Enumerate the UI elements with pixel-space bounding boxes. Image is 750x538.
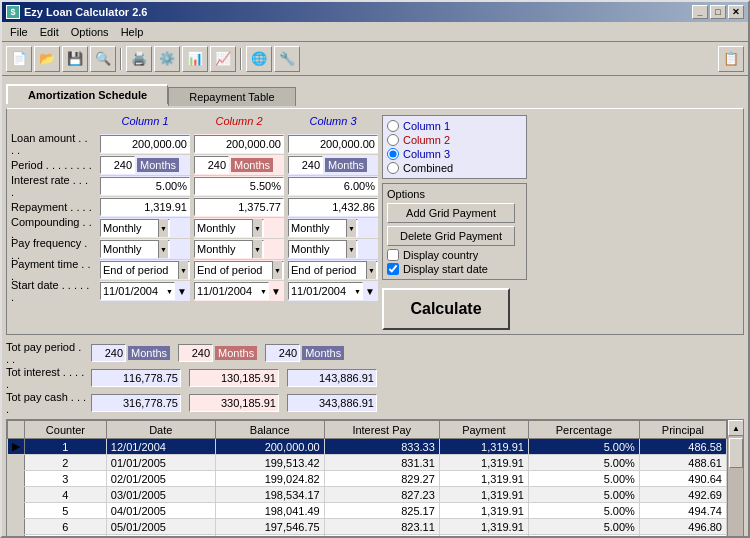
radio-col2[interactable] <box>387 134 399 146</box>
col3-interest-input[interactable] <box>288 177 378 195</box>
col1-interest-row <box>100 176 190 196</box>
col1-period-num-input[interactable] <box>100 156 135 174</box>
col3-compounding-select[interactable]: Monthly <box>288 219 358 237</box>
col1-repayment-input[interactable] <box>100 198 190 216</box>
col1-loan-amount-input[interactable] <box>100 135 190 153</box>
toolbar-new[interactable]: 📄 <box>6 46 32 72</box>
display-start-date-checkbox[interactable] <box>387 263 399 275</box>
scroll-up-button[interactable]: ▲ <box>728 420 744 436</box>
col2-tot-cash-input[interactable] <box>189 394 279 412</box>
col3-tot-interest-input[interactable] <box>287 369 377 387</box>
col3-repayment-input[interactable] <box>288 198 378 216</box>
menu-help[interactable]: Help <box>115 24 150 40</box>
col1-tot-interest-input[interactable] <box>91 369 181 387</box>
col2-payfreq-select[interactable]: Monthly <box>194 240 264 258</box>
toolbar-search[interactable]: 🔍 <box>90 46 116 72</box>
label-repayment: Repayment . . . . <box>11 197 96 217</box>
table-row[interactable]: 605/01/2005197,546.75823.111,319.915.00%… <box>8 519 727 535</box>
col3-tot-cash-input[interactable] <box>287 394 377 412</box>
cell-2: 199,513.42 <box>215 455 324 471</box>
col2-paytime-select[interactable]: End of period <box>194 261 284 279</box>
col3-loan-amount-input[interactable] <box>288 135 378 153</box>
scroll-track[interactable] <box>728 436 743 538</box>
col2-payfreq-row: Monthly <box>194 239 284 259</box>
radio-col3[interactable] <box>387 148 399 160</box>
delete-grid-payment-button[interactable]: Delete Grid Payment <box>387 226 515 246</box>
th-principal: Principal <box>639 421 726 439</box>
add-grid-payment-button[interactable]: Add Grid Payment <box>387 203 515 223</box>
col3-tot-period-input[interactable] <box>265 344 300 362</box>
table-row[interactable]: 302/01/2005199,024.82829.271,319.915.00%… <box>8 471 727 487</box>
col1-date-btn[interactable]: ▼ <box>177 286 187 297</box>
cell-0: 6 <box>25 519 107 535</box>
col3-period-num-input[interactable] <box>288 156 323 174</box>
col1-tot-cash-input[interactable] <box>91 394 181 412</box>
col1-payfreq-row: Monthly <box>100 239 190 259</box>
table-row[interactable]: 504/01/2005198,041.49825.171,319.915.00%… <box>8 503 727 519</box>
table-with-scroll: Counter Date Balance Interest Pay Paymen… <box>7 420 743 538</box>
calculate-button[interactable]: Calculate <box>382 288 510 330</box>
toolbar: 📄 📂 💾 🔍 🖨️ ⚙️ 📊 📈 🌐 🔧 📋 <box>2 42 748 76</box>
col1-tot-period-input[interactable] <box>91 344 126 362</box>
toolbar-chart2[interactable]: 📈 <box>210 46 236 72</box>
col2-repayment-input[interactable] <box>194 198 284 216</box>
toolbar-chart1[interactable]: 📊 <box>182 46 208 72</box>
cell-4: 1,319.91 <box>439 535 528 539</box>
menu-options[interactable]: Options <box>65 24 115 40</box>
radio-combined-item: Combined <box>387 162 522 174</box>
cell-2: 198,041.49 <box>215 503 324 519</box>
table-row[interactable]: 403/01/2005198,534.17827.231,319.915.00%… <box>8 487 727 503</box>
cell-4: 1,319.91 <box>439 471 528 487</box>
col2-period-row: Months <box>194 155 284 175</box>
cell-0: 2 <box>25 455 107 471</box>
cell-1: 12/01/2004 <box>106 439 215 455</box>
col1-compounding-select[interactable]: Monthly <box>100 219 170 237</box>
col2-date-input[interactable] <box>194 282 269 300</box>
window-controls: _ □ ✕ <box>692 5 744 19</box>
table-row[interactable]: ▶112/01/2004200,000.00833.331,319.915.00… <box>8 439 727 455</box>
col2-interest-input[interactable] <box>194 177 284 195</box>
tot-interest-row: Tot interest . . . . . <box>6 366 744 390</box>
col2-loan-amount-input[interactable] <box>194 135 284 153</box>
col1-date-input[interactable] <box>100 282 175 300</box>
toolbar-globe[interactable]: 🌐 <box>246 46 272 72</box>
tab-repayment[interactable]: Repayment Table <box>168 87 295 106</box>
toolbar-tool[interactable]: 🔧 <box>274 46 300 72</box>
col3-date-btn[interactable]: ▼ <box>365 286 375 297</box>
col1-interest-input[interactable] <box>100 177 190 195</box>
col1-payfreq-select[interactable]: Monthly <box>100 240 170 258</box>
col2-period-num-input[interactable] <box>194 156 229 174</box>
close-button[interactable]: ✕ <box>728 5 744 19</box>
toolbar-settings[interactable]: ⚙️ <box>154 46 180 72</box>
display-country-checkbox[interactable] <box>387 249 399 261</box>
cell-0: 7 <box>25 535 107 539</box>
table-row[interactable]: 201/01/2005199,513.42831.311,319.915.00%… <box>8 455 727 471</box>
col2-tot-period-input[interactable] <box>178 344 213 362</box>
col2-date-btn[interactable]: ▼ <box>271 286 281 297</box>
col3-payfreq-select[interactable]: Monthly <box>288 240 358 258</box>
cell-5: 5.00% <box>528 487 639 503</box>
toolbar-info[interactable]: 📋 <box>718 46 744 72</box>
table-row[interactable]: 706/01/2005197,049.95821.041,319.915.00%… <box>8 535 727 539</box>
tab-amortization[interactable]: Amortization Schedule <box>6 84 168 104</box>
menu-file[interactable]: File <box>4 24 34 40</box>
toolbar-print[interactable]: 🖨️ <box>126 46 152 72</box>
radio-col1[interactable] <box>387 120 399 132</box>
col3-payfreq-row: Monthly <box>288 239 378 259</box>
col2-tot-interest-input[interactable] <box>189 369 279 387</box>
cell-1: 05/01/2005 <box>106 519 215 535</box>
scroll-thumb[interactable] <box>729 438 743 468</box>
maximize-button[interactable]: □ <box>710 5 726 19</box>
col2-period-unit: Months <box>231 158 273 172</box>
col2-paytime-wrapper: End of period <box>194 261 284 279</box>
col1-paytime-select[interactable]: End of period <box>100 261 190 279</box>
minimize-button[interactable]: _ <box>692 5 708 19</box>
radio-combined[interactable] <box>387 162 399 174</box>
radio-col3-item: Column 3 <box>387 148 522 160</box>
toolbar-save[interactable]: 💾 <box>62 46 88 72</box>
col2-compounding-select[interactable]: Monthly <box>194 219 264 237</box>
menu-edit[interactable]: Edit <box>34 24 65 40</box>
col3-paytime-select[interactable]: End of period <box>288 261 378 279</box>
col3-date-input[interactable] <box>288 282 363 300</box>
toolbar-open[interactable]: 📂 <box>34 46 60 72</box>
